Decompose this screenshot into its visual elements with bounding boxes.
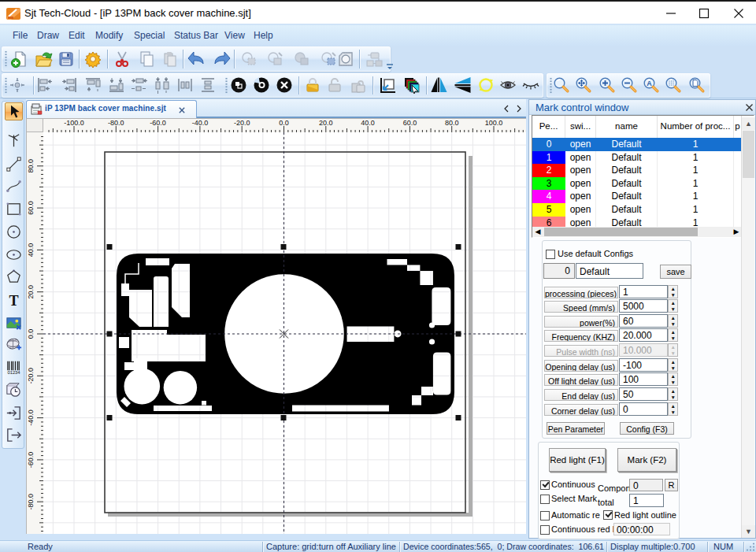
svg-text:-100.0: -100.0 bbox=[64, 119, 84, 127]
svg-text:20.0: 20.0 bbox=[27, 285, 35, 299]
svg-text:40.0: 40.0 bbox=[27, 243, 35, 257]
svg-text:-20.0: -20.0 bbox=[27, 368, 35, 384]
svg-text:-80.0: -80.0 bbox=[108, 119, 124, 127]
svg-text:60.0: 60.0 bbox=[403, 119, 417, 127]
svg-text:-20.0: -20.0 bbox=[234, 119, 250, 127]
svg-text:0.0: 0.0 bbox=[27, 329, 35, 339]
svg-text:-60.0: -60.0 bbox=[150, 119, 166, 127]
svg-text:80.0: 80.0 bbox=[445, 119, 459, 127]
svg-text:-80.0: -80.0 bbox=[27, 494, 35, 510]
svg-text:80.0: 80.0 bbox=[27, 159, 35, 173]
svg-text:-40.0: -40.0 bbox=[27, 409, 35, 426]
svg-text:20.0: 20.0 bbox=[319, 119, 333, 127]
svg-text:01234: 01234 bbox=[8, 370, 21, 375]
svg-text:-40.0: -40.0 bbox=[192, 119, 209, 127]
svg-text:100.0: 100.0 bbox=[485, 119, 503, 127]
svg-text:0.0: 0.0 bbox=[279, 119, 289, 127]
svg-text:40.0: 40.0 bbox=[361, 119, 375, 127]
svg-text:T: T bbox=[9, 293, 18, 309]
svg-text:-60.0: -60.0 bbox=[27, 452, 35, 469]
svg-text:A: A bbox=[647, 80, 652, 87]
svg-text:60.0: 60.0 bbox=[27, 201, 35, 215]
